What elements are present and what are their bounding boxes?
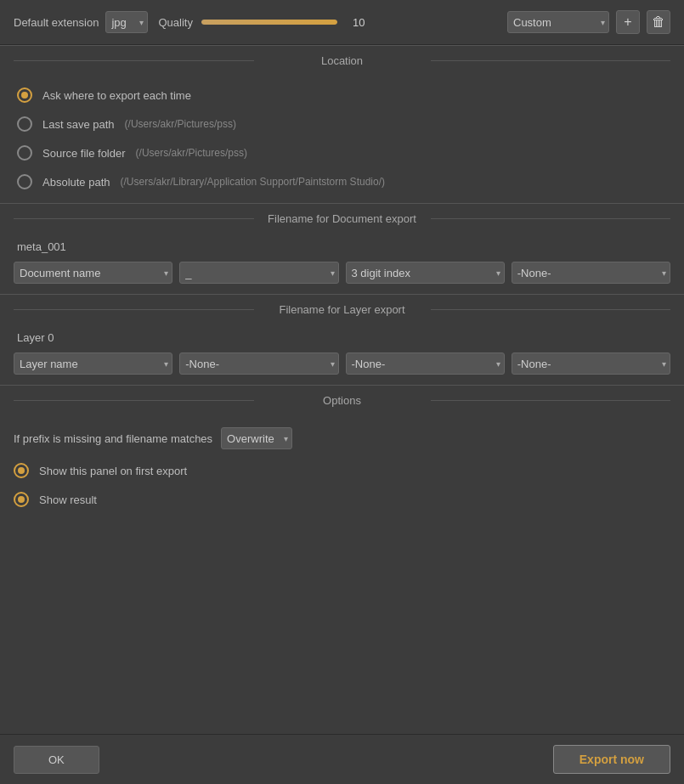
quality-label: Quality	[158, 16, 192, 29]
radio-last[interactable]	[17, 116, 32, 132]
layer-dropdown-row: Layer name Document name Custom text -No…	[14, 353, 670, 375]
lay-select-4-wrapper[interactable]: -None- Document name Layer name Custom t…	[512, 353, 670, 375]
location-option-ask[interactable]: Ask where to export each time	[14, 81, 670, 110]
add-icon: +	[624, 14, 631, 30]
doc-select-4-wrapper[interactable]: -None- Document name Layer name Custom t…	[512, 262, 670, 284]
layer-filename-section-label: Filename for Layer export	[0, 295, 684, 323]
lay-select-2-wrapper[interactable]: -None- _ - .	[179, 353, 338, 375]
preset-group: Custom + 🗑	[507, 10, 670, 34]
top-bar: Default extension jpg png tiff Quality 1…	[0, 0, 684, 45]
default-extension-label: Default extension	[14, 16, 99, 29]
document-filename-section-label: Filename for Document export	[0, 204, 684, 232]
quality-track	[201, 20, 337, 25]
radio-ask[interactable]	[17, 87, 32, 103]
document-dropdown-row: Document name Layer name Custom text -No…	[14, 262, 670, 284]
lay-select-2[interactable]: -None- _ - .	[179, 353, 338, 375]
radio-last-label: Last save path	[42, 118, 115, 131]
extension-select[interactable]: jpg png tiff	[105, 11, 148, 33]
location-section-label: Location	[0, 46, 684, 74]
lay-select-1[interactable]: Layer name Document name Custom text -No…	[14, 353, 172, 375]
preset-select-wrapper[interactable]: Custom	[507, 11, 609, 33]
prefix-label: If prefix is missing and filename matche…	[14, 432, 212, 445]
bottom-bar: OK Export now	[0, 734, 684, 784]
radio-source-path: (/Users/akr/Pictures/pss)	[136, 147, 247, 159]
location-radio-group: Ask where to export each time Last save …	[0, 74, 684, 203]
radio-source[interactable]	[17, 145, 32, 161]
quality-group: Quality 10	[158, 16, 497, 29]
show-result-option[interactable]: Show result	[14, 485, 670, 514]
radio-absolute[interactable]	[17, 174, 32, 189]
doc-select-2[interactable]: _ - . -None-	[179, 262, 338, 284]
layer-filename-section: Layer 0 Layer name Document name Custom …	[0, 323, 684, 385]
trash-icon: 🗑	[652, 14, 665, 30]
export-now-button[interactable]: Export now	[553, 745, 670, 774]
radio-absolute-path: (/Users/akr/Library/Application Support/…	[121, 176, 385, 188]
lay-select-1-wrapper[interactable]: Layer name Document name Custom text -No…	[14, 353, 172, 375]
doc-select-2-wrapper[interactable]: _ - . -None-	[179, 262, 338, 284]
lay-select-4[interactable]: -None- Document name Layer name Custom t…	[512, 353, 670, 375]
doc-select-3-wrapper[interactable]: 3 digit index 2 digit index 1 digit inde…	[346, 262, 505, 284]
radio-source-label: Source file folder	[42, 147, 126, 160]
radio-show-panel[interactable]	[14, 463, 29, 478]
radio-ask-label: Ask where to export each time	[42, 89, 191, 102]
dialog-container: Default extension jpg png tiff Quality 1…	[0, 0, 684, 784]
quality-slider-wrapper[interactable]	[201, 20, 337, 25]
quality-fill	[201, 20, 337, 25]
ok-button[interactable]: OK	[14, 746, 99, 774]
doc-select-3[interactable]: 3 digit index 2 digit index 1 digit inde…	[346, 262, 505, 284]
lay-select-3[interactable]: -None- 3 digit index 2 digit index 1 dig…	[346, 353, 505, 375]
document-filename-preview: meta_001	[14, 235, 670, 262]
radio-absolute-label: Absolute path	[42, 176, 110, 189]
prefix-select-wrapper[interactable]: Overwrite Skip Rename	[221, 427, 292, 449]
lay-select-3-wrapper[interactable]: -None- 3 digit index 2 digit index 1 dig…	[346, 353, 505, 375]
preset-select[interactable]: Custom	[507, 11, 609, 33]
layer-filename-preview: Layer 0	[14, 326, 670, 353]
doc-select-1-wrapper[interactable]: Document name Layer name Custom text -No…	[14, 262, 172, 284]
show-panel-option[interactable]: Show this panel on first export	[14, 456, 670, 485]
location-option-last[interactable]: Last save path (/Users/akr/Pictures/pss)	[14, 110, 670, 138]
options-section-label: Options	[0, 386, 684, 414]
document-filename-section: meta_001 Document name Layer name Custom…	[0, 232, 684, 294]
radio-last-path: (/Users/akr/Pictures/pss)	[125, 118, 236, 130]
doc-select-4[interactable]: -None- Document name Layer name Custom t…	[512, 262, 670, 284]
location-option-absolute[interactable]: Absolute path (/Users/akr/Library/Applic…	[14, 167, 670, 196]
radio-show-result[interactable]	[14, 492, 29, 507]
prefix-select[interactable]: Overwrite Skip Rename	[221, 427, 292, 449]
add-preset-button[interactable]: +	[616, 10, 640, 34]
show-panel-label: Show this panel on first export	[39, 465, 187, 477]
delete-preset-button[interactable]: 🗑	[647, 10, 670, 34]
doc-select-1[interactable]: Document name Layer name Custom text -No…	[14, 262, 172, 284]
prefix-row: If prefix is missing and filename matche…	[14, 420, 670, 456]
show-result-label: Show result	[39, 494, 97, 506]
content-area: Location Ask where to export each time L…	[0, 46, 684, 734]
extension-select-wrapper[interactable]: jpg png tiff	[105, 11, 148, 33]
quality-value: 10	[353, 16, 370, 29]
location-option-source[interactable]: Source file folder (/Users/akr/Pictures/…	[14, 138, 670, 167]
extension-group: Default extension jpg png tiff	[14, 11, 148, 33]
options-section: If prefix is missing and filename matche…	[0, 414, 684, 524]
